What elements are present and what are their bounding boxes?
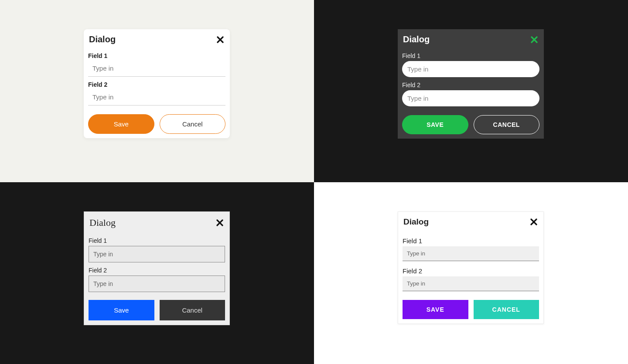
form-field: Field 2	[402, 82, 539, 106]
dialog-title: Dialog	[403, 34, 430, 44]
dialog-actions: SAVE CANCEL	[402, 115, 539, 134]
dialog-header: Dialog	[402, 34, 539, 48]
form-field: Field 1	[88, 52, 225, 77]
save-button[interactable]: SAVE	[403, 300, 468, 319]
cancel-button[interactable]: CANCEL	[474, 115, 540, 134]
cancel-button[interactable]: Cancel	[160, 300, 225, 320]
form-field: Field 2	[88, 81, 225, 105]
theme-light-orange: Dialog Field 1 Field 2 Save Cancel	[0, 0, 314, 182]
field-2-input[interactable]	[89, 276, 225, 292]
field-2-input[interactable]	[403, 276, 539, 291]
form-field: Field 2	[403, 267, 539, 291]
close-icon[interactable]	[530, 218, 537, 225]
form-field: Field 1	[89, 237, 225, 262]
dialog-actions: Save Cancel	[88, 114, 225, 134]
form-field: Field 1	[403, 237, 539, 261]
dialog-actions: SAVE CANCEL	[403, 300, 539, 319]
form-field: Field 1	[402, 52, 539, 77]
dialog-title: Dialog	[89, 217, 116, 228]
field-label: Field 1	[88, 52, 225, 59]
field-label: Field 2	[403, 267, 539, 275]
dialog: Dialog Field 1 Field 2 SAVE CANCEL	[398, 29, 544, 139]
close-icon[interactable]	[216, 219, 223, 226]
dialog-header: Dialog	[403, 216, 539, 231]
field-1-input[interactable]	[402, 61, 539, 77]
dialog: Dialog Field 1 Field 2 Save Cancel	[84, 29, 230, 138]
cancel-button[interactable]: Cancel	[160, 114, 226, 134]
save-button[interactable]: Save	[88, 114, 154, 134]
field-label: Field 2	[402, 82, 539, 88]
field-2-input[interactable]	[402, 90, 539, 106]
dialog-title: Dialog	[89, 34, 116, 44]
close-icon[interactable]	[531, 36, 538, 43]
field-1-input[interactable]	[88, 60, 225, 77]
field-label: Field 2	[89, 267, 225, 274]
field-label: Field 2	[88, 81, 225, 88]
save-button[interactable]: Save	[89, 300, 154, 320]
field-label: Field 1	[89, 237, 225, 244]
dialog-actions: Save Cancel	[89, 300, 225, 320]
field-label: Field 1	[403, 237, 539, 245]
theme-dark-green: Dialog Field 1 Field 2 SAVE CANCEL	[314, 0, 628, 182]
dialog-header: Dialog	[88, 34, 225, 48]
dialog: Dialog Field 1 Field 2 SAVE CANCEL	[398, 211, 544, 324]
field-1-input[interactable]	[89, 246, 225, 262]
close-icon[interactable]	[217, 36, 224, 43]
theme-light-violet: Dialog Field 1 Field 2 SAVE CANCEL	[314, 182, 628, 364]
save-button[interactable]: SAVE	[402, 115, 468, 134]
field-2-input[interactable]	[88, 89, 225, 105]
dialog-title: Dialog	[403, 217, 429, 227]
dialog-header: Dialog	[89, 216, 225, 233]
dialog: Dialog Field 1 Field 2 Save Cancel	[84, 211, 230, 325]
field-1-input[interactable]	[403, 246, 539, 261]
theme-boxy-blue: Dialog Field 1 Field 2 Save Cancel	[0, 182, 314, 364]
field-label: Field 1	[402, 52, 539, 59]
cancel-button[interactable]: CANCEL	[474, 300, 539, 319]
form-field: Field 2	[89, 267, 225, 292]
